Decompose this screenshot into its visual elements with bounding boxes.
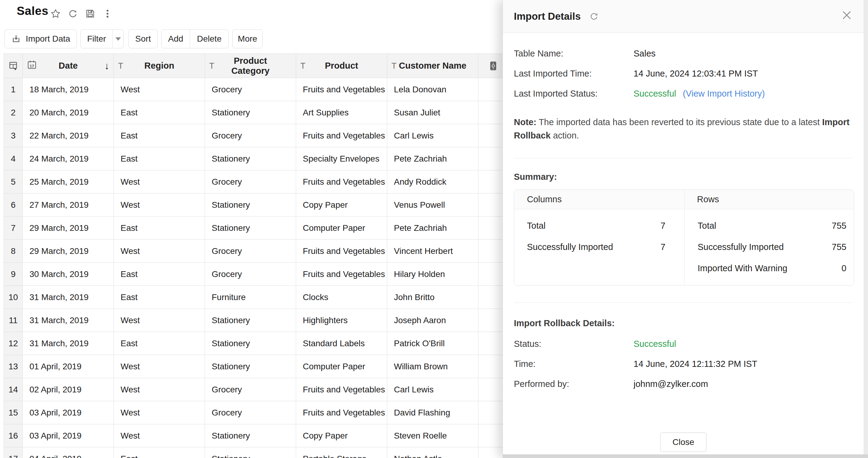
cell-customer-name[interactable]: Steven Roelle: [387, 424, 478, 447]
cell-date[interactable]: 31 March, 2019: [23, 309, 114, 332]
cell-product-category[interactable]: Stationery: [205, 193, 296, 217]
row-number-cell[interactable]: 9: [4, 263, 23, 286]
row-number-cell[interactable]: 14: [4, 378, 23, 401]
cell-product-category[interactable]: Grocery: [205, 171, 296, 193]
cell-date[interactable]: 24 March, 2019: [23, 147, 114, 171]
cell-region[interactable]: East: [114, 286, 205, 309]
view-import-history-link[interactable]: (View Import History): [683, 88, 765, 100]
cell-product[interactable]: Standard Labels: [296, 332, 387, 355]
cell-region[interactable]: East: [114, 101, 205, 124]
cell-date[interactable]: 31 March, 2019: [23, 286, 114, 309]
row-number-cell[interactable]: 10: [4, 286, 23, 309]
horizontal-scrollbar[interactable]: [503, 454, 868, 458]
column-header-customer-name[interactable]: T Customer Name: [387, 54, 478, 78]
cell-region[interactable]: West: [114, 309, 205, 332]
row-number-cell[interactable]: 7: [4, 217, 23, 240]
row-number-cell[interactable]: 5: [4, 171, 23, 193]
cell-region[interactable]: East: [114, 263, 205, 286]
cell-customer-name[interactable]: Nathan Astle: [387, 447, 478, 458]
cell-product[interactable]: Copy Paper: [296, 424, 387, 447]
cell-product-category[interactable]: Furniture: [205, 286, 296, 309]
row-number-cell[interactable]: 1: [4, 78, 23, 101]
close-icon[interactable]: [841, 10, 852, 21]
cell-region[interactable]: West: [114, 401, 205, 424]
cell-region[interactable]: East: [114, 332, 205, 355]
row-number-cell[interactable]: 4: [4, 147, 23, 171]
cell-customer-name[interactable]: Carl Lewis: [387, 124, 478, 147]
more-options-kebab-icon[interactable]: [102, 8, 113, 19]
column-header-date[interactable]: 17 Date ↓: [23, 54, 114, 78]
select-all-header[interactable]: [4, 54, 23, 78]
column-header-product-category[interactable]: T Product Category: [205, 54, 296, 78]
row-number-cell[interactable]: 12: [4, 332, 23, 355]
save-icon[interactable]: [85, 8, 95, 19]
cell-product[interactable]: Computer Paper: [296, 217, 387, 240]
cell-date[interactable]: 30 March, 2019: [23, 263, 114, 286]
column-header-product[interactable]: T Product: [296, 54, 387, 78]
cell-product[interactable]: Clocks: [296, 286, 387, 309]
row-number-cell[interactable]: 3: [4, 124, 23, 147]
cell-region[interactable]: West: [114, 78, 205, 101]
cell-region[interactable]: West: [114, 424, 205, 447]
cell-region[interactable]: West: [114, 193, 205, 217]
cell-product-category[interactable]: Grocery: [205, 240, 296, 263]
more-button[interactable]: More: [232, 29, 263, 48]
cell-product-category[interactable]: Stationery: [205, 147, 296, 171]
cell-region[interactable]: West: [114, 355, 205, 378]
vertical-scrollbar-track[interactable]: [864, 0, 868, 458]
cell-customer-name[interactable]: Patrick O'Brill: [387, 332, 478, 355]
cell-product[interactable]: Fruits and Vegetables: [296, 378, 387, 401]
cell-customer-name[interactable]: Venus Powell: [387, 193, 478, 217]
cell-customer-name[interactable]: Pete Zachriah: [387, 217, 478, 240]
cell-product[interactable]: Fruits and Vegetables: [296, 240, 387, 263]
cell-product-category[interactable]: Grocery: [205, 378, 296, 401]
panel-refresh-icon[interactable]: [589, 11, 599, 22]
cell-customer-name[interactable]: John Britto: [387, 286, 478, 309]
filter-button[interactable]: Filter: [81, 30, 112, 48]
cell-date[interactable]: 25 March, 2019: [23, 171, 114, 193]
cell-date[interactable]: 18 March, 2019: [23, 78, 114, 101]
row-number-cell[interactable]: 2: [4, 101, 23, 124]
cell-product-category[interactable]: Stationery: [205, 424, 296, 447]
cell-product[interactable]: Portable Storage: [296, 447, 387, 458]
cell-product-category[interactable]: Grocery: [205, 401, 296, 424]
cell-product-category[interactable]: Stationery: [205, 217, 296, 240]
refresh-icon[interactable]: [68, 8, 78, 19]
favorite-star-icon[interactable]: [51, 8, 61, 19]
cell-date[interactable]: 29 March, 2019: [23, 240, 114, 263]
cell-date[interactable]: 22 March, 2019: [23, 124, 114, 147]
cell-product-category[interactable]: Grocery: [205, 78, 296, 101]
cell-date[interactable]: 20 March, 2019: [23, 101, 114, 124]
import-data-button[interactable]: Import Data: [5, 29, 77, 48]
cell-date[interactable]: 01 April, 2019: [23, 355, 114, 378]
sort-descending-icon[interactable]: ↓: [104, 60, 109, 71]
cell-customer-name[interactable]: Vincent Herbert: [387, 240, 478, 263]
add-button[interactable]: Add: [162, 30, 190, 48]
cell-product[interactable]: Fruits and Vegetables: [296, 263, 387, 286]
cell-date[interactable]: 29 March, 2019: [23, 217, 114, 240]
delete-button[interactable]: Delete: [190, 30, 228, 48]
row-number-cell[interactable]: 17: [4, 447, 23, 458]
cell-region[interactable]: East: [114, 124, 205, 147]
cell-date[interactable]: 27 March, 2019: [23, 193, 114, 217]
cell-product[interactable]: Fruits and Vegetables: [296, 401, 387, 424]
row-number-cell[interactable]: 13: [4, 355, 23, 378]
cell-date[interactable]: 02 April, 2019: [23, 378, 114, 401]
cell-date[interactable]: 31 March, 2019: [23, 332, 114, 355]
cell-customer-name[interactable]: Lela Donovan: [387, 78, 478, 101]
cell-product-category[interactable]: Stationery: [205, 101, 296, 124]
cell-region[interactable]: West: [114, 378, 205, 401]
cell-product[interactable]: Highlighters: [296, 309, 387, 332]
cell-customer-name[interactable]: Carl Lewis: [387, 378, 478, 401]
cell-customer-name[interactable]: David Flashing: [387, 401, 478, 424]
cell-product[interactable]: Copy Paper: [296, 193, 387, 217]
cell-customer-name[interactable]: Pete Zachriah: [387, 147, 478, 171]
cell-customer-name[interactable]: Andy Roddick: [387, 171, 478, 193]
row-number-cell[interactable]: 8: [4, 240, 23, 263]
cell-customer-name[interactable]: William Brown: [387, 355, 478, 378]
filter-dropdown-button[interactable]: [112, 30, 123, 48]
cell-product-category[interactable]: Grocery: [205, 124, 296, 147]
cell-product-category[interactable]: Stationery: [205, 355, 296, 378]
cell-date[interactable]: 04 April, 2019: [23, 447, 114, 458]
cell-date[interactable]: 03 April, 2019: [23, 401, 114, 424]
